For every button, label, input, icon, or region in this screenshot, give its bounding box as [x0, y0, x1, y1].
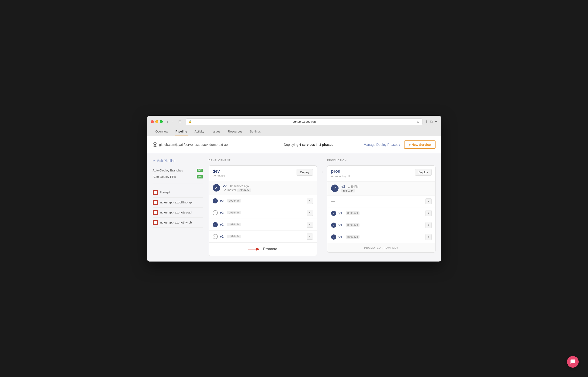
dev-service-1-expand-button[interactable]: ▾	[307, 210, 313, 216]
auto-deploy-prs-item: Auto-Deploy PRs ON	[153, 174, 203, 180]
service-icon-notes-api	[153, 210, 158, 215]
prod-service-2-check-icon: ✓	[331, 235, 336, 240]
share-button[interactable]: ⬆	[425, 119, 428, 124]
sidebar: ✏ Edit Pipeline Auto-Deploy Branches ON …	[153, 159, 209, 256]
prod-commit-time: 1:39 PM	[348, 185, 359, 188]
pipeline-stages: DEVELOPMENT dev ⎇ master Deploy	[209, 159, 436, 256]
deploy-info: Deploying 4 services in 3 phases.	[258, 143, 360, 146]
prod-env-card: prod Auto-deploy off Deploy ✓ v1 1	[327, 165, 436, 253]
dev-service-3-check-icon: ✓	[213, 234, 218, 239]
development-label: DEVELOPMENT	[209, 159, 317, 162]
add-tab-button[interactable]: +	[435, 119, 437, 124]
dev-commit-meta: ⎇ master b99d49c	[223, 188, 313, 192]
dev-service-0-version: v2	[220, 199, 224, 203]
tab-activity[interactable]: Activity	[194, 127, 205, 136]
dev-commit-info: v2 12 minutes ago ⎇ master b99d49c	[223, 184, 313, 192]
dev-service-0-expand-button[interactable]: ▾	[307, 198, 313, 204]
github-icon	[153, 142, 157, 147]
dev-service-row-2[interactable]: ✓ v2 b99d49c ▾	[209, 219, 317, 231]
dev-commit-time: 12 minutes ago	[230, 185, 249, 188]
prod-dash-expand-button[interactable]: ▾	[426, 198, 431, 204]
dev-commit-check-icon: ✓	[213, 184, 220, 191]
sidebar-service-notify-job[interactable]: notes-app-ext-notify-job	[153, 218, 203, 228]
new-tab-button[interactable]: ⧉	[430, 120, 433, 124]
dev-service-row-0[interactable]: ✓ v2 b99d49c ▾	[209, 195, 317, 207]
prod-service-row-1[interactable]: ✓ v1 8501a24 ▾	[327, 219, 435, 231]
prod-service-1-expand-button[interactable]: ▾	[426, 222, 431, 228]
dev-env-name: dev	[213, 169, 226, 174]
dev-env-branch: ⎇ master	[213, 174, 226, 177]
sidebar-toggle-button[interactable]: ⊡	[177, 119, 183, 124]
forward-button[interactable]: ›	[170, 119, 174, 124]
prod-card-header: prod Auto-deploy off Deploy	[327, 166, 435, 181]
maximize-traffic-light[interactable]	[160, 120, 163, 123]
auto-deploy-branches-status: ON	[197, 169, 203, 172]
pencil-icon: ✏	[153, 159, 156, 163]
promote-footer[interactable]: Promote	[209, 243, 317, 256]
prod-service-2-expand-button[interactable]: ▾	[426, 234, 431, 240]
dev-deploy-button[interactable]: Deploy	[296, 169, 313, 176]
repo-url: github.com/jayair/serverless-stack-demo-…	[159, 143, 228, 146]
prod-service-0-expand-button[interactable]: ▾	[426, 210, 431, 216]
nav-buttons: ‹ ›	[166, 119, 174, 124]
prod-env-name: prod	[331, 169, 350, 174]
dev-service-2-hash: b99d49c	[227, 223, 241, 226]
development-stage: DEVELOPMENT dev ⎇ master Deploy	[209, 159, 317, 256]
chat-button[interactable]	[567, 356, 579, 368]
dev-service-row-3[interactable]: ✓ v2 b99d49c ▾	[209, 231, 317, 243]
top-bar: github.com/jayair/serverless-stack-demo-…	[147, 136, 441, 153]
sidebar-service-billing-api[interactable]: notes-app-ext-billing-api	[153, 198, 203, 208]
dev-commit-hash: b99d49c	[237, 188, 251, 192]
prod-service-2-version: v1	[339, 235, 342, 239]
prod-deploy-button[interactable]: Deploy	[415, 169, 431, 176]
tab-resources[interactable]: Resources	[227, 127, 243, 136]
dev-service-row-1[interactable]: ✓ v2 b99d49c ▾	[209, 207, 317, 219]
dev-service-2-expand-button[interactable]: ▾	[307, 222, 313, 228]
prod-service-row-0[interactable]: ✓ v1 8501a24 ▾	[327, 207, 435, 219]
new-service-button[interactable]: + New Service	[404, 141, 436, 149]
sidebar-divider	[153, 184, 203, 184]
svg-rect-4	[154, 202, 157, 203]
dev-service-1-hash: b99d49c	[227, 211, 241, 214]
main-content: github.com/jayair/serverless-stack-demo-…	[147, 136, 441, 261]
minimize-traffic-light[interactable]	[155, 120, 158, 123]
prod-service-0-check-icon: ✓	[331, 211, 336, 216]
dash-placeholder: —	[331, 199, 426, 204]
prod-commit-hash: 8501a24	[341, 189, 355, 192]
prod-service-row-2[interactable]: ✓ v1 8501a24 ▾	[327, 231, 435, 243]
dev-service-1-version: v2	[220, 211, 224, 215]
prod-commit-version: v1	[341, 184, 345, 188]
tab-settings[interactable]: Settings	[249, 127, 262, 136]
svg-rect-9	[154, 221, 157, 222]
address-bar[interactable]: 🔒 console.seed.run ↻	[186, 118, 422, 125]
prod-service-0-version: v1	[339, 211, 342, 215]
manage-deploy-phases-button[interactable]: Manage Deploy Phases ›	[364, 143, 400, 146]
prod-service-1-hash: 8501a24	[346, 223, 360, 227]
dev-service-3-version: v2	[220, 235, 224, 238]
dev-service-3-expand-button[interactable]: ▾	[307, 234, 313, 240]
refresh-button[interactable]: ↻	[417, 120, 419, 124]
close-traffic-light[interactable]	[151, 120, 154, 123]
dev-card-header: dev ⎇ master Deploy	[209, 166, 317, 181]
dev-service-3-hash: b99d49c	[227, 235, 241, 238]
prod-service-1-version: v1	[339, 223, 342, 227]
dev-service-2-version: v2	[220, 223, 224, 226]
browser-window: ‹ › ⊡ 🔒 console.seed.run ↻ ⬆ ⧉ + Overvie…	[147, 116, 441, 261]
edit-pipeline-button[interactable]: ✏ Edit Pipeline	[153, 159, 203, 163]
auto-deploy-prs-status: ON	[197, 175, 203, 178]
svg-rect-1	[154, 192, 157, 193]
tab-issues[interactable]: Issues	[211, 127, 222, 136]
stage-arrow-connector: →	[317, 159, 327, 175]
sidebar-service-like-api[interactable]: like-api	[153, 188, 203, 198]
git-branch-icon: ⎇	[213, 174, 216, 177]
promote-label: Promote	[263, 247, 277, 251]
sidebar-service-notes-api[interactable]: notes-app-ext-notes-api	[153, 208, 203, 218]
prod-commit-info: v1 1:39 PM 8501a24	[341, 184, 431, 192]
tab-overview[interactable]: Overview	[155, 127, 169, 136]
tab-pipeline[interactable]: Pipeline	[175, 127, 188, 136]
repo-link[interactable]: github.com/jayair/serverless-stack-demo-…	[153, 142, 255, 147]
svg-rect-5	[154, 203, 157, 204]
service-icon-like-api	[153, 190, 158, 195]
promoted-from-text: PROMOTED FROM: dev	[364, 246, 398, 249]
back-button[interactable]: ‹	[166, 119, 170, 124]
